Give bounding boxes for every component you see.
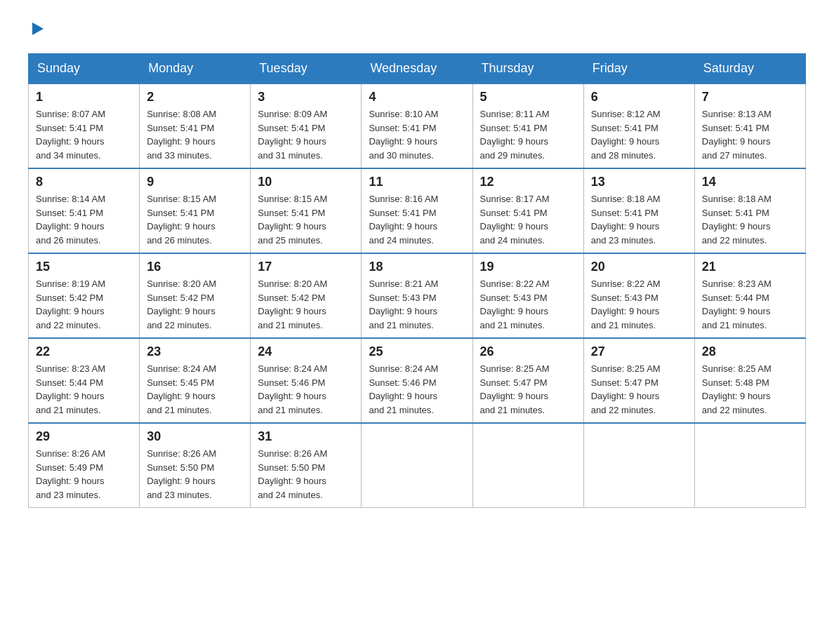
day-number: 10: [258, 175, 354, 189]
day-number: 27: [591, 344, 687, 359]
day-info: Sunrise: 8:08 AM Sunset: 5:41 PM Dayligh…: [147, 107, 243, 162]
day-number: 30: [147, 429, 243, 444]
day-number: 21: [702, 260, 798, 274]
calendar-cell: 7 Sunrise: 8:13 AM Sunset: 5:41 PM Dayli…: [694, 83, 805, 168]
week-row-3: 15 Sunrise: 8:19 AM Sunset: 5:42 PM Dayl…: [29, 253, 806, 338]
day-number: 31: [258, 429, 354, 444]
day-number: 9: [147, 175, 243, 189]
day-number: 2: [147, 90, 243, 105]
day-number: 17: [258, 260, 354, 274]
day-number: 22: [36, 344, 132, 359]
logo: [28, 21, 45, 39]
calendar-cell: 20 Sunrise: 8:22 AM Sunset: 5:43 PM Dayl…: [583, 253, 694, 338]
calendar-cell: 1 Sunrise: 8:07 AM Sunset: 5:41 PM Dayli…: [29, 83, 140, 168]
calendar-cell: 12 Sunrise: 8:17 AM Sunset: 5:41 PM Dayl…: [472, 168, 583, 253]
calendar-cell: 4 Sunrise: 8:10 AM Sunset: 5:41 PM Dayli…: [362, 83, 472, 168]
week-row-1: 1 Sunrise: 8:07 AM Sunset: 5:41 PM Dayli…: [29, 83, 806, 168]
day-info: Sunrise: 8:24 AM Sunset: 5:46 PM Dayligh…: [258, 362, 354, 417]
day-number: 5: [480, 90, 576, 105]
calendar-cell: 8 Sunrise: 8:14 AM Sunset: 5:41 PM Dayli…: [29, 168, 140, 253]
calendar-cell: 13 Sunrise: 8:18 AM Sunset: 5:41 PM Dayl…: [583, 168, 694, 253]
day-info: Sunrise: 8:17 AM Sunset: 5:41 PM Dayligh…: [480, 192, 576, 247]
calendar-cell: 24 Sunrise: 8:24 AM Sunset: 5:46 PM Dayl…: [251, 338, 362, 423]
calendar-cell: 5 Sunrise: 8:11 AM Sunset: 5:41 PM Dayli…: [472, 83, 583, 168]
calendar-cell: 10 Sunrise: 8:15 AM Sunset: 5:41 PM Dayl…: [251, 168, 362, 253]
day-info: Sunrise: 8:26 AM Sunset: 5:49 PM Dayligh…: [36, 447, 132, 502]
day-number: 6: [591, 90, 687, 105]
calendar-cell: 19 Sunrise: 8:22 AM Sunset: 5:43 PM Dayl…: [472, 253, 583, 338]
calendar-header-monday: Monday: [140, 54, 251, 84]
day-number: 12: [480, 175, 576, 189]
calendar-cell: 21 Sunrise: 8:23 AM Sunset: 5:44 PM Dayl…: [694, 253, 805, 338]
day-info: Sunrise: 8:26 AM Sunset: 5:50 PM Dayligh…: [258, 447, 354, 502]
day-number: 14: [702, 175, 798, 189]
calendar-header-tuesday: Tuesday: [251, 54, 362, 84]
calendar-cell: 25 Sunrise: 8:24 AM Sunset: 5:46 PM Dayl…: [362, 338, 472, 423]
calendar-cell: 16 Sunrise: 8:20 AM Sunset: 5:42 PM Dayl…: [140, 253, 251, 338]
day-info: Sunrise: 8:25 AM Sunset: 5:47 PM Dayligh…: [591, 362, 687, 417]
calendar-cell: 11 Sunrise: 8:16 AM Sunset: 5:41 PM Dayl…: [362, 168, 472, 253]
day-info: Sunrise: 8:21 AM Sunset: 5:43 PM Dayligh…: [369, 277, 465, 332]
week-row-2: 8 Sunrise: 8:14 AM Sunset: 5:41 PM Dayli…: [29, 168, 806, 253]
calendar-header-wednesday: Wednesday: [362, 54, 472, 84]
day-info: Sunrise: 8:23 AM Sunset: 5:44 PM Dayligh…: [36, 362, 132, 417]
day-info: Sunrise: 8:25 AM Sunset: 5:48 PM Dayligh…: [702, 362, 798, 417]
day-number: 11: [369, 175, 465, 189]
day-info: Sunrise: 8:26 AM Sunset: 5:50 PM Dayligh…: [147, 447, 243, 502]
day-number: 24: [258, 344, 354, 359]
day-info: Sunrise: 8:18 AM Sunset: 5:41 PM Dayligh…: [702, 192, 798, 247]
calendar-cell: 27 Sunrise: 8:25 AM Sunset: 5:47 PM Dayl…: [583, 338, 694, 423]
day-info: Sunrise: 8:11 AM Sunset: 5:41 PM Dayligh…: [480, 107, 576, 162]
calendar-cell: 3 Sunrise: 8:09 AM Sunset: 5:41 PM Dayli…: [251, 83, 362, 168]
calendar-cell: 18 Sunrise: 8:21 AM Sunset: 5:43 PM Dayl…: [362, 253, 472, 338]
calendar-header-sunday: Sunday: [29, 54, 140, 84]
day-number: 18: [369, 260, 465, 274]
day-number: 4: [369, 90, 465, 105]
calendar-cell: 6 Sunrise: 8:12 AM Sunset: 5:41 PM Dayli…: [583, 83, 694, 168]
day-number: 1: [36, 90, 132, 105]
day-number: 20: [591, 260, 687, 274]
day-number: 3: [258, 90, 354, 105]
day-info: Sunrise: 8:15 AM Sunset: 5:41 PM Dayligh…: [258, 192, 354, 247]
calendar-cell: 14 Sunrise: 8:18 AM Sunset: 5:41 PM Dayl…: [694, 168, 805, 253]
day-number: 8: [36, 175, 132, 189]
day-info: Sunrise: 8:18 AM Sunset: 5:41 PM Dayligh…: [591, 192, 687, 247]
day-info: Sunrise: 8:14 AM Sunset: 5:41 PM Dayligh…: [36, 192, 132, 247]
day-number: 25: [369, 344, 465, 359]
day-info: Sunrise: 8:10 AM Sunset: 5:41 PM Dayligh…: [369, 107, 465, 162]
day-info: Sunrise: 8:25 AM Sunset: 5:47 PM Dayligh…: [480, 362, 576, 417]
calendar-cell: 22 Sunrise: 8:23 AM Sunset: 5:44 PM Dayl…: [29, 338, 140, 423]
calendar-cell: 23 Sunrise: 8:24 AM Sunset: 5:45 PM Dayl…: [140, 338, 251, 423]
calendar-cell: [694, 423, 805, 508]
svg-marker-0: [32, 22, 44, 35]
calendar-cell: 9 Sunrise: 8:15 AM Sunset: 5:41 PM Dayli…: [140, 168, 251, 253]
day-info: Sunrise: 8:24 AM Sunset: 5:46 PM Dayligh…: [369, 362, 465, 417]
calendar-cell: 15 Sunrise: 8:19 AM Sunset: 5:42 PM Dayl…: [29, 253, 140, 338]
calendar-cell: 17 Sunrise: 8:20 AM Sunset: 5:42 PM Dayl…: [251, 253, 362, 338]
calendar-cell: 26 Sunrise: 8:25 AM Sunset: 5:47 PM Dayl…: [472, 338, 583, 423]
week-row-5: 29 Sunrise: 8:26 AM Sunset: 5:49 PM Dayl…: [29, 423, 806, 508]
day-info: Sunrise: 8:15 AM Sunset: 5:41 PM Dayligh…: [147, 192, 243, 247]
day-info: Sunrise: 8:20 AM Sunset: 5:42 PM Dayligh…: [258, 277, 354, 332]
calendar-cell: 30 Sunrise: 8:26 AM Sunset: 5:50 PM Dayl…: [140, 423, 251, 508]
day-info: Sunrise: 8:12 AM Sunset: 5:41 PM Dayligh…: [591, 107, 687, 162]
calendar-header-row: SundayMondayTuesdayWednesdayThursdayFrid…: [29, 54, 806, 84]
day-number: 26: [480, 344, 576, 359]
day-info: Sunrise: 8:07 AM Sunset: 5:41 PM Dayligh…: [36, 107, 132, 162]
day-number: 29: [36, 429, 132, 444]
day-number: 7: [702, 90, 798, 105]
day-info: Sunrise: 8:23 AM Sunset: 5:44 PM Dayligh…: [702, 277, 798, 332]
logo-arrow-icon: [29, 21, 45, 39]
day-info: Sunrise: 8:22 AM Sunset: 5:43 PM Dayligh…: [591, 277, 687, 332]
calendar-cell: [583, 423, 694, 508]
calendar-cell: 2 Sunrise: 8:08 AM Sunset: 5:41 PM Dayli…: [140, 83, 251, 168]
day-info: Sunrise: 8:22 AM Sunset: 5:43 PM Dayligh…: [480, 277, 576, 332]
day-info: Sunrise: 8:19 AM Sunset: 5:42 PM Dayligh…: [36, 277, 132, 332]
calendar-cell: [362, 423, 472, 508]
day-info: Sunrise: 8:13 AM Sunset: 5:41 PM Dayligh…: [702, 107, 798, 162]
calendar-header-saturday: Saturday: [694, 54, 805, 84]
day-info: Sunrise: 8:24 AM Sunset: 5:45 PM Dayligh…: [147, 362, 243, 417]
calendar-header-friday: Friday: [583, 54, 694, 84]
calendar-cell: 31 Sunrise: 8:26 AM Sunset: 5:50 PM Dayl…: [251, 423, 362, 508]
week-row-4: 22 Sunrise: 8:23 AM Sunset: 5:44 PM Dayl…: [29, 338, 806, 423]
